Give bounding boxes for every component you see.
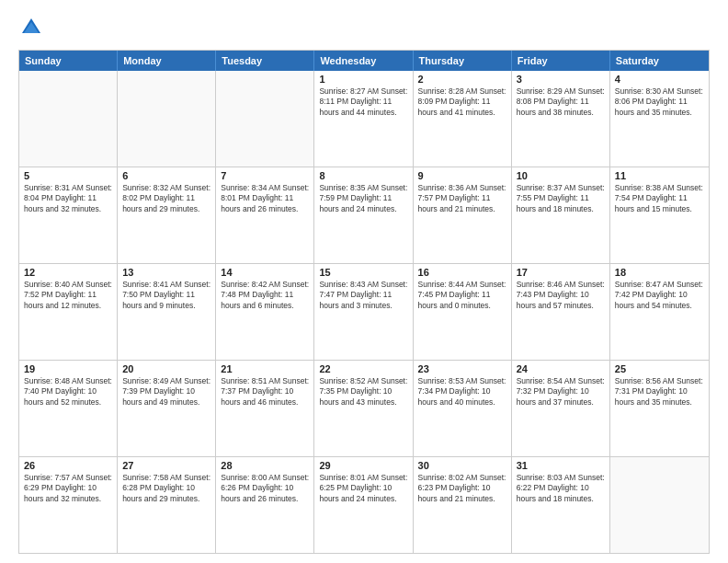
cell-content: Sunrise: 8:43 AM Sunset: 7:47 PM Dayligh… — [319, 280, 407, 311]
day-number: 4 — [615, 74, 704, 85]
cell-content: Sunrise: 8:47 AM Sunset: 7:42 PM Dayligh… — [615, 280, 704, 311]
day-number: 26 — [24, 460, 112, 471]
cal-cell: 8Sunrise: 8:35 AM Sunset: 7:59 PM Daylig… — [314, 167, 413, 263]
cell-content: Sunrise: 8:03 AM Sunset: 6:22 PM Dayligh… — [517, 473, 605, 504]
cal-cell: 20Sunrise: 8:49 AM Sunset: 7:39 PM Dayli… — [118, 361, 216, 456]
cell-content: Sunrise: 8:27 AM Sunset: 8:11 PM Dayligh… — [319, 86, 407, 118]
day-number: 25 — [615, 363, 704, 374]
cal-cell — [118, 71, 216, 167]
cell-content: Sunrise: 8:34 AM Sunset: 8:01 PM Dayligh… — [221, 183, 309, 214]
day-number: 12 — [24, 267, 112, 278]
cal-cell: 24Sunrise: 8:54 AM Sunset: 7:32 PM Dayli… — [512, 361, 610, 456]
calendar-body: 1Sunrise: 8:27 AM Sunset: 8:11 PM Daylig… — [19, 71, 709, 553]
calendar: SundayMondayTuesdayWednesdayThursdayFrid… — [18, 50, 710, 554]
day-number: 10 — [517, 170, 605, 181]
cal-cell: 21Sunrise: 8:51 AM Sunset: 7:37 PM Dayli… — [216, 361, 314, 456]
day-number: 28 — [221, 460, 309, 471]
day-number: 30 — [418, 460, 506, 471]
cell-content: Sunrise: 8:31 AM Sunset: 8:04 PM Dayligh… — [24, 183, 112, 214]
cell-content: Sunrise: 8:36 AM Sunset: 7:57 PM Dayligh… — [418, 183, 506, 214]
cal-cell: 1Sunrise: 8:27 AM Sunset: 8:11 PM Daylig… — [314, 71, 413, 167]
cell-content: Sunrise: 8:56 AM Sunset: 7:31 PM Dayligh… — [615, 376, 704, 408]
day-number: 18 — [615, 267, 704, 278]
cell-content: Sunrise: 8:52 AM Sunset: 7:35 PM Dayligh… — [319, 376, 407, 408]
cell-content: Sunrise: 8:48 AM Sunset: 7:40 PM Dayligh… — [24, 376, 112, 408]
cell-content: Sunrise: 8:49 AM Sunset: 7:39 PM Dayligh… — [122, 376, 210, 408]
cell-content: Sunrise: 8:35 AM Sunset: 7:59 PM Dayligh… — [319, 183, 407, 214]
cal-cell: 11Sunrise: 8:38 AM Sunset: 7:54 PM Dayli… — [610, 167, 709, 263]
cell-content: Sunrise: 7:58 AM Sunset: 6:28 PM Dayligh… — [122, 473, 210, 504]
day-number: 7 — [221, 170, 309, 181]
day-number: 3 — [517, 74, 605, 85]
header-day-friday: Friday — [512, 51, 610, 71]
day-number: 20 — [122, 363, 210, 374]
cal-cell: 27Sunrise: 7:58 AM Sunset: 6:28 PM Dayli… — [118, 457, 216, 553]
cell-content: Sunrise: 8:30 AM Sunset: 8:06 PM Dayligh… — [615, 86, 704, 118]
cell-content: Sunrise: 8:54 AM Sunset: 7:32 PM Dayligh… — [517, 376, 605, 408]
header-day-wednesday: Wednesday — [314, 51, 413, 71]
cal-cell: 15Sunrise: 8:43 AM Sunset: 7:47 PM Dayli… — [314, 264, 413, 360]
header-day-monday: Monday — [118, 51, 216, 71]
week-row-1: 1Sunrise: 8:27 AM Sunset: 8:11 PM Daylig… — [19, 71, 709, 167]
header-day-tuesday: Tuesday — [216, 51, 314, 71]
cell-content: Sunrise: 8:01 AM Sunset: 6:25 PM Dayligh… — [319, 473, 407, 504]
logo-icon — [18, 15, 44, 40]
day-number: 14 — [221, 267, 309, 278]
cal-cell: 31Sunrise: 8:03 AM Sunset: 6:22 PM Dayli… — [512, 457, 610, 553]
cell-content: Sunrise: 8:28 AM Sunset: 8:09 PM Dayligh… — [418, 86, 506, 118]
cal-cell: 30Sunrise: 8:02 AM Sunset: 6:23 PM Dayli… — [414, 457, 512, 553]
cal-cell: 7Sunrise: 8:34 AM Sunset: 8:01 PM Daylig… — [216, 167, 314, 263]
cal-cell: 14Sunrise: 8:42 AM Sunset: 7:48 PM Dayli… — [216, 264, 314, 360]
calendar-header: SundayMondayTuesdayWednesdayThursdayFrid… — [19, 51, 709, 71]
cell-content: Sunrise: 8:32 AM Sunset: 8:02 PM Dayligh… — [122, 183, 210, 214]
cal-cell: 10Sunrise: 8:37 AM Sunset: 7:55 PM Dayli… — [512, 167, 610, 263]
day-number: 21 — [221, 363, 309, 374]
week-row-4: 19Sunrise: 8:48 AM Sunset: 7:40 PM Dayli… — [19, 360, 709, 456]
day-number: 19 — [24, 363, 112, 374]
logo — [18, 15, 48, 40]
cell-content: Sunrise: 8:38 AM Sunset: 7:54 PM Dayligh… — [615, 183, 704, 214]
cell-content: Sunrise: 8:37 AM Sunset: 7:55 PM Dayligh… — [517, 183, 605, 214]
cal-cell: 17Sunrise: 8:46 AM Sunset: 7:43 PM Dayli… — [512, 264, 610, 360]
cal-cell — [19, 71, 118, 167]
day-number: 24 — [517, 363, 605, 374]
cell-content: Sunrise: 8:29 AM Sunset: 8:08 PM Dayligh… — [517, 86, 605, 118]
day-number: 27 — [122, 460, 210, 471]
day-number: 1 — [319, 74, 407, 85]
day-number: 22 — [319, 363, 407, 374]
cal-cell: 2Sunrise: 8:28 AM Sunset: 8:09 PM Daylig… — [414, 71, 512, 167]
day-number: 17 — [517, 267, 605, 278]
cal-cell — [216, 71, 314, 167]
header-day-thursday: Thursday — [414, 51, 512, 71]
day-number: 2 — [418, 74, 506, 85]
cell-content: Sunrise: 8:40 AM Sunset: 7:52 PM Dayligh… — [24, 280, 112, 311]
cell-content: Sunrise: 8:00 AM Sunset: 6:26 PM Dayligh… — [221, 473, 309, 504]
cell-content: Sunrise: 8:44 AM Sunset: 7:45 PM Dayligh… — [418, 280, 506, 311]
header-day-sunday: Sunday — [19, 51, 118, 71]
cell-content: Sunrise: 7:57 AM Sunset: 6:29 PM Dayligh… — [24, 473, 112, 504]
day-number: 11 — [615, 170, 704, 181]
cal-cell: 6Sunrise: 8:32 AM Sunset: 8:02 PM Daylig… — [118, 167, 216, 263]
cell-content: Sunrise: 8:46 AM Sunset: 7:43 PM Dayligh… — [517, 280, 605, 311]
cell-content: Sunrise: 8:02 AM Sunset: 6:23 PM Dayligh… — [418, 473, 506, 504]
header-day-saturday: Saturday — [610, 51, 709, 71]
cal-cell: 28Sunrise: 8:00 AM Sunset: 6:26 PM Dayli… — [216, 457, 314, 553]
cal-cell: 16Sunrise: 8:44 AM Sunset: 7:45 PM Dayli… — [414, 264, 512, 360]
cal-cell: 18Sunrise: 8:47 AM Sunset: 7:42 PM Dayli… — [610, 264, 709, 360]
week-row-2: 5Sunrise: 8:31 AM Sunset: 8:04 PM Daylig… — [19, 167, 709, 263]
day-number: 15 — [319, 267, 407, 278]
day-number: 29 — [319, 460, 407, 471]
cell-content: Sunrise: 8:42 AM Sunset: 7:48 PM Dayligh… — [221, 280, 309, 311]
day-number: 9 — [418, 170, 506, 181]
day-number: 16 — [418, 267, 506, 278]
cal-cell: 26Sunrise: 7:57 AM Sunset: 6:29 PM Dayli… — [19, 457, 118, 553]
week-row-5: 26Sunrise: 7:57 AM Sunset: 6:29 PM Dayli… — [19, 456, 709, 553]
cal-cell: 25Sunrise: 8:56 AM Sunset: 7:31 PM Dayli… — [610, 361, 709, 456]
cal-cell — [610, 457, 709, 553]
cal-cell: 5Sunrise: 8:31 AM Sunset: 8:04 PM Daylig… — [19, 167, 118, 263]
day-number: 6 — [122, 170, 210, 181]
day-number: 5 — [24, 170, 112, 181]
cal-cell: 12Sunrise: 8:40 AM Sunset: 7:52 PM Dayli… — [19, 264, 118, 360]
cal-cell: 3Sunrise: 8:29 AM Sunset: 8:08 PM Daylig… — [512, 71, 610, 167]
cell-content: Sunrise: 8:41 AM Sunset: 7:50 PM Dayligh… — [122, 280, 210, 311]
